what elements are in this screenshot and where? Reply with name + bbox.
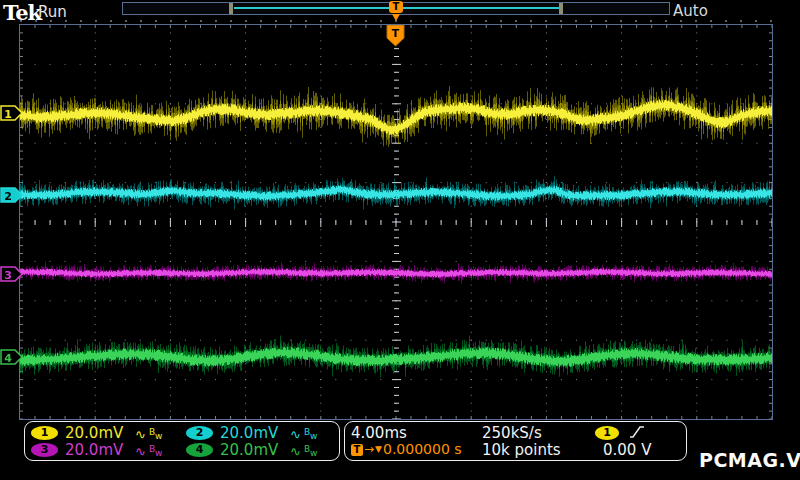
channel-1-scale: 20.0mV	[65, 425, 123, 441]
sample-rate: 250kS/s	[482, 425, 542, 441]
timebase-scale: 4.00ms	[351, 425, 407, 441]
trigger-position-readout: T→▼0.000000 s	[351, 442, 462, 457]
trigger-position-value: 0.000000 s	[383, 442, 462, 457]
oscilloscope-screen: Tek Run T Auto T 1 2 3 4 1 20.0mV ∿Bw 2	[0, 0, 800, 480]
trigger-level: 0.00 V	[603, 442, 651, 458]
trigger-arrow-icon: →	[364, 442, 374, 457]
channel-4-scale: 20.0mV	[220, 442, 278, 458]
trigger-position-flag-icon[interactable]: T	[385, 25, 407, 47]
svg-text:2: 2	[4, 190, 12, 203]
record-length: 10k points	[482, 442, 561, 458]
channel-4-badge[interactable]: 4	[186, 443, 213, 457]
channel-1-marker[interactable]: 1	[0, 105, 24, 121]
channel-2-scale: 20.0mV	[220, 425, 278, 441]
channel-3-marker[interactable]: 3	[0, 266, 24, 282]
waveform-display	[20, 25, 772, 419]
record-trigger-position-icon: T	[389, 1, 403, 13]
watermark: PCMAG.VN	[699, 449, 800, 471]
record-view-left-bracket	[229, 3, 233, 14]
channel-2-badge[interactable]: 2	[186, 426, 213, 440]
svg-text:T: T	[392, 27, 400, 40]
channel-2-marker[interactable]: 2	[0, 187, 24, 203]
channel-3-scale: 20.0mV	[65, 442, 123, 458]
svg-text:4: 4	[4, 352, 12, 365]
trigger-mode-label: Auto	[673, 2, 708, 20]
graticule	[19, 24, 773, 420]
trigger-t-icon: T	[351, 444, 363, 456]
trigger-down-marker-icon: ▼	[375, 442, 382, 457]
record-view-right-bracket	[559, 3, 563, 14]
svg-text:3: 3	[4, 269, 12, 282]
channel-4-coupling-icon: ∿Bw	[290, 442, 317, 461]
channel-3-badge[interactable]: 3	[31, 443, 58, 457]
channel-readout-box[interactable]: 1 20.0mV ∿Bw 2 20.0mV ∿Bw 3 20.0mV ∿Bw 4…	[24, 421, 340, 461]
trigger-source-badge[interactable]: 1	[595, 426, 619, 440]
channel-4-marker[interactable]: 4	[0, 349, 24, 365]
svg-text:1: 1	[4, 108, 12, 121]
horizontal-trigger-readout-box[interactable]: 4.00ms 250kS/s 1 T→▼0.000000 s 10k point…	[344, 421, 687, 461]
acquisition-status: Run	[38, 3, 67, 21]
graticule-top-ticks	[20, 20, 772, 22]
channel-3-coupling-icon: ∿Bw	[135, 442, 162, 461]
trigger-slope-rising-icon	[629, 425, 645, 440]
channel-1-badge[interactable]: 1	[31, 426, 58, 440]
